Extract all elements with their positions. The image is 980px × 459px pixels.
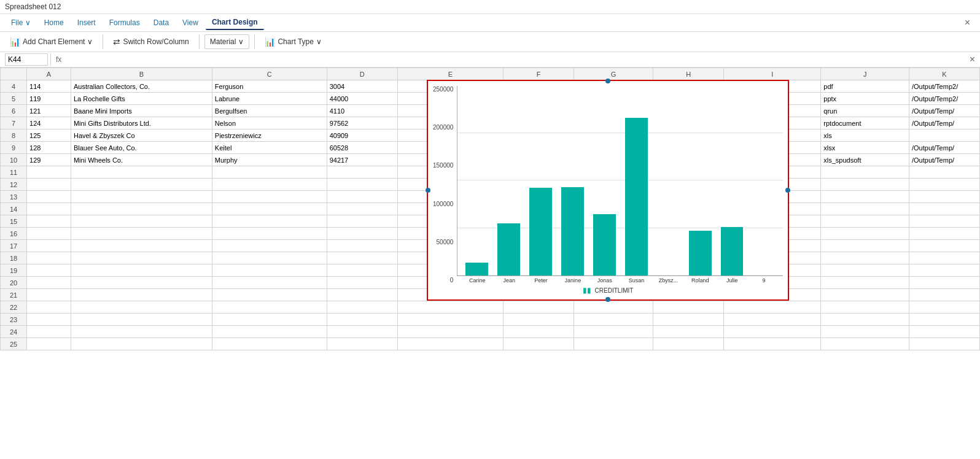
cell[interactable] [821, 228, 909, 240]
cell[interactable] [504, 326, 574, 338]
cell[interactable] [71, 314, 212, 326]
cell[interactable]: Piestrzeniewicz [212, 129, 327, 142]
cell[interactable] [821, 215, 909, 228]
cell[interactable] [27, 215, 71, 228]
bar[interactable] [721, 227, 744, 276]
cell[interactable] [71, 264, 212, 277]
cell[interactable] [327, 301, 397, 314]
handle-left-mid[interactable] [426, 188, 430, 193]
menu-view[interactable]: View [176, 16, 204, 29]
cell[interactable] [327, 264, 397, 277]
cell[interactable] [909, 277, 979, 289]
cell[interactable] [909, 326, 979, 338]
cell[interactable] [327, 338, 397, 350]
cell[interactable] [327, 228, 397, 240]
cell[interactable] [574, 326, 653, 338]
cell[interactable] [71, 338, 212, 350]
cell[interactable] [212, 301, 327, 314]
cell[interactable]: 97562 [327, 117, 397, 129]
cell[interactable] [27, 166, 71, 179]
cell[interactable] [504, 338, 574, 350]
menu-insert[interactable]: Insert [71, 16, 102, 29]
cell[interactable] [653, 314, 724, 326]
cell[interactable] [71, 277, 212, 289]
cell[interactable]: Bergulfsen [212, 105, 327, 117]
cell[interactable]: 121 [27, 105, 71, 117]
cell[interactable] [909, 289, 979, 301]
cell[interactable] [212, 166, 327, 179]
cell[interactable] [724, 326, 821, 338]
cell[interactable] [821, 277, 909, 289]
menu-file[interactable]: File ∨ [5, 16, 37, 29]
cell[interactable] [27, 326, 71, 338]
handle-bottom-center[interactable] [605, 297, 610, 302]
add-chart-element-button[interactable]: 📊 Add Chart Element ∨ [5, 34, 98, 49]
cell[interactable] [212, 203, 327, 215]
cell[interactable]: Mini Gifts Distributors Ltd. [71, 117, 212, 129]
cell[interactable] [212, 252, 327, 264]
cell[interactable] [909, 191, 979, 203]
formula-close-icon[interactable]: × [970, 54, 975, 65]
menu-home[interactable]: Home [38, 16, 70, 29]
cell[interactable] [909, 203, 979, 215]
cell[interactable] [653, 338, 724, 350]
cell[interactable]: /Output/Temp/ [909, 105, 979, 117]
col-header-h[interactable]: H [653, 68, 724, 80]
cell[interactable] [909, 314, 979, 326]
cell[interactable] [909, 129, 979, 142]
cell[interactable] [327, 203, 397, 215]
cell[interactable]: La Rochelle Gifts [71, 93, 212, 105]
cell[interactable] [397, 338, 503, 350]
cell[interactable]: 4110 [327, 105, 397, 117]
cell[interactable]: 129 [27, 154, 71, 166]
cell[interactable] [27, 264, 71, 277]
cell[interactable] [27, 301, 71, 314]
cell[interactable] [71, 326, 212, 338]
cell[interactable] [27, 191, 71, 203]
formula-input[interactable] [66, 54, 966, 65]
cell[interactable] [71, 191, 212, 203]
cell[interactable] [821, 240, 909, 252]
handle-right-mid[interactable] [785, 188, 790, 193]
cell[interactable] [724, 301, 821, 314]
cell[interactable]: pdf [821, 80, 909, 93]
cell[interactable]: Mini Wheels Co. [71, 154, 212, 166]
cell[interactable] [909, 215, 979, 228]
cell[interactable] [71, 215, 212, 228]
cell[interactable] [327, 166, 397, 179]
cell[interactable] [909, 228, 979, 240]
cell[interactable] [327, 289, 397, 301]
cell[interactable] [212, 314, 327, 326]
cell[interactable] [909, 240, 979, 252]
cell[interactable] [821, 314, 909, 326]
cell[interactable] [909, 301, 979, 314]
col-header-b[interactable]: B [71, 68, 212, 80]
cell[interactable] [71, 179, 212, 191]
cell[interactable] [821, 252, 909, 264]
cell[interactable] [909, 338, 979, 350]
cell[interactable] [327, 191, 397, 203]
menu-data[interactable]: Data [147, 16, 175, 29]
cell[interactable]: 128 [27, 142, 71, 154]
bar[interactable] [465, 263, 488, 276]
cell[interactable] [724, 314, 821, 326]
cell[interactable]: /Output/Temp2/ [909, 93, 979, 105]
cell[interactable] [27, 277, 71, 289]
cell[interactable] [327, 252, 397, 264]
bar[interactable] [497, 223, 520, 276]
cell[interactable] [27, 338, 71, 350]
cell[interactable]: Keitel [212, 142, 327, 154]
cell[interactable] [212, 264, 327, 277]
cell[interactable]: xls_spudsoft [821, 154, 909, 166]
material-dropdown[interactable]: Material ∨ [204, 34, 250, 49]
cell[interactable] [71, 240, 212, 252]
cell[interactable] [821, 166, 909, 179]
cell[interactable] [27, 203, 71, 215]
cell[interactable]: 94217 [327, 154, 397, 166]
bar[interactable] [561, 187, 584, 276]
col-header-f[interactable]: F [504, 68, 574, 80]
cell[interactable] [574, 301, 653, 314]
cell[interactable] [397, 314, 503, 326]
chart-overlay[interactable]: 250000200000150000100000500000 CarineJea… [427, 80, 789, 301]
cell[interactable]: xls [821, 129, 909, 142]
